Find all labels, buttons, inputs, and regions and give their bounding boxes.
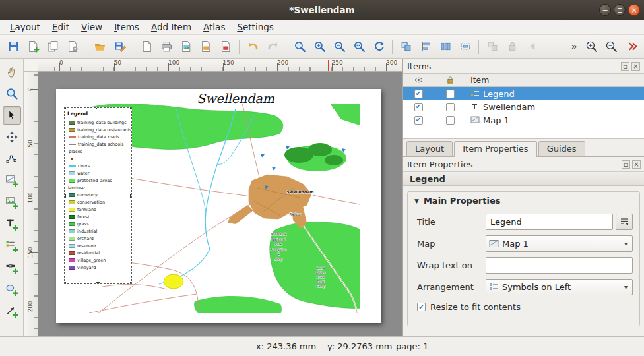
ellipse-shape-item[interactable] [164, 274, 183, 289]
items-row-swellendam[interactable]: ✔ Swellendam [403, 100, 644, 113]
add-from-template-button[interactable] [90, 38, 109, 56]
legend-swatch [69, 193, 75, 197]
menu-item[interactable]: Add Item [145, 20, 197, 34]
map-mini-icon [489, 239, 499, 249]
title-input[interactable] [486, 214, 613, 230]
selection-handle[interactable] [96, 282, 100, 284]
zoom-full-button[interactable] [290, 38, 309, 56]
add-shape-button[interactable] [3, 280, 21, 299]
resize-checkbox[interactable]: ✔ [417, 303, 426, 311]
minimize-button[interactable]: − [599, 4, 611, 16]
refresh-view-button[interactable] [370, 38, 388, 56]
add-map-button[interactable] [3, 171, 21, 190]
selection-handle[interactable] [130, 107, 132, 109]
legend-item-box[interactable]: Legend training_data buildingstraining_d… [64, 107, 132, 284]
selection-handle[interactable] [96, 107, 100, 109]
save-template-button[interactable] [110, 38, 129, 56]
undo-button[interactable] [243, 38, 262, 56]
tab-layout[interactable]: Layout [406, 141, 453, 156]
redo-button[interactable] [263, 38, 282, 56]
add-scalebar-button[interactable] [3, 258, 21, 277]
item-properties-panel-header: Item Properties ▫ × [403, 157, 644, 171]
float-panel-button[interactable]: ▫ [622, 160, 630, 169]
move-content-button[interactable] [3, 128, 21, 146]
toolbar-separator [286, 40, 286, 54]
main-properties-header[interactable]: ▼ Main Properties [408, 192, 639, 208]
tab-guides[interactable]: Guides [538, 141, 585, 156]
close-panel-button[interactable]: × [631, 62, 640, 71]
float-panel-button[interactable]: ▫ [621, 62, 629, 71]
back-button[interactable] [523, 38, 541, 56]
visibility-checkbox[interactable]: ✔ [414, 103, 423, 111]
label-item-icon [470, 102, 480, 111]
maximize-button[interactable] [614, 4, 626, 16]
menu-item[interactable]: Edit [46, 20, 75, 34]
page-title-label[interactable]: Swellendam [197, 91, 274, 105]
lock-checkbox[interactable] [446, 103, 455, 111]
menu-item[interactable]: View [75, 20, 108, 34]
visibility-checkbox[interactable]: ✔ [414, 116, 423, 125]
toolbar-overflow-button[interactable]: » [567, 38, 581, 56]
items-row-legend[interactable]: ✔ Legend [403, 87, 644, 100]
visibility-checkbox[interactable]: ✔ [414, 90, 423, 98]
select-move-item-button[interactable] [3, 106, 21, 125]
tab-item-properties[interactable]: Item Properties [454, 141, 536, 157]
menu-item[interactable]: Layout [4, 20, 46, 34]
arrangement-select[interactable]: Symbols on Left ▾ [486, 279, 633, 295]
save-button[interactable] [4, 38, 22, 56]
zoom-out-view-button[interactable] [330, 38, 348, 56]
selection-handle[interactable] [64, 282, 66, 284]
legend-item: places [67, 148, 131, 155]
add-arrow-button[interactable] [3, 302, 21, 320]
items-row-map1[interactable]: ✔ Map 1 [403, 113, 644, 127]
zoom-in-button[interactable] [582, 38, 600, 56]
print-button[interactable] [157, 38, 176, 56]
zoom-actual-button[interactable] [350, 38, 368, 56]
data-defined-override-button[interactable] [616, 214, 633, 230]
wrap-text-input[interactable] [486, 257, 633, 274]
layout-canvas[interactable]: Swellendam Railton Bontebok National Par… [38, 72, 402, 336]
lock-items-button[interactable] [503, 38, 521, 56]
legend-item: grass [67, 220, 131, 227]
close-panel-button[interactable]: × [632, 160, 641, 169]
layout-manager-button[interactable] [63, 38, 82, 56]
legend-label: village_green [77, 258, 106, 263]
duplicate-layout-button[interactable] [44, 38, 62, 56]
zoom-out-button[interactable] [602, 38, 620, 56]
window-controls: − × [599, 4, 640, 16]
add-legend-button[interactable] [3, 237, 21, 255]
lock-checkbox[interactable] [446, 90, 455, 98]
arrangement-select-value: Symbols on Left [502, 282, 618, 292]
close-button[interactable]: × [628, 4, 640, 16]
pan-tool-button[interactable] [3, 63, 21, 81]
legend-item-icon [470, 89, 480, 98]
export-image-button[interactable] [177, 38, 195, 56]
edit-nodes-button[interactable] [3, 150, 21, 168]
town-arm [228, 205, 253, 224]
selection-handle[interactable] [130, 194, 132, 198]
raise-items-button[interactable] [397, 38, 415, 56]
add-pages-button[interactable] [137, 38, 156, 56]
export-pdf-button[interactable] [216, 38, 235, 56]
add-label-button[interactable] [3, 215, 21, 233]
selection-handle[interactable] [130, 282, 132, 284]
zoom-tool-button[interactable] [3, 84, 21, 103]
layout-page[interactable]: Swellendam Railton Bontebok National Par… [56, 89, 381, 323]
panel-toggle-button[interactable] [623, 38, 641, 56]
selection-handle[interactable] [64, 107, 66, 109]
zoom-in-view-button[interactable] [310, 38, 329, 56]
menu-item[interactable]: Settings [231, 20, 279, 34]
menu-item[interactable]: Items [108, 20, 145, 34]
menu-item[interactable]: Atlas [197, 20, 231, 34]
new-layout-button[interactable] [24, 38, 42, 56]
resize-items-button[interactable] [456, 38, 474, 56]
toolbar-separator [392, 40, 393, 54]
align-items-button[interactable] [416, 38, 435, 56]
export-svg-button[interactable] [197, 38, 215, 56]
lock-checkbox[interactable] [446, 116, 455, 125]
group-items-button[interactable] [483, 38, 501, 56]
add-picture-button[interactable] [3, 193, 21, 212]
map-select[interactable]: Map 1 ▾ [486, 235, 633, 252]
selection-handle[interactable] [64, 194, 66, 198]
distribute-items-button[interactable] [436, 38, 455, 56]
